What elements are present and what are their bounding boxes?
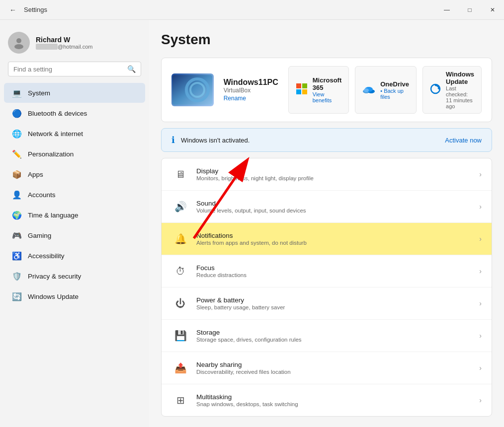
power-sub: Sleep, battery usage, battery saver xyxy=(196,304,479,310)
minimize-button[interactable]: — xyxy=(435,0,458,20)
device-sub: VirtualBox xyxy=(224,87,278,94)
app-container: Richard W xxxxxxxx@hotmail.com 🔍 💻 Syste… xyxy=(0,20,504,427)
microsoft365-item[interactable]: Microsoft 365 View benefits xyxy=(288,66,349,114)
time-icon: 🌍 xyxy=(12,210,22,220)
chevron-right-icon: › xyxy=(479,396,482,404)
svg-rect-8 xyxy=(302,89,307,94)
sound-title: Sound xyxy=(196,200,479,207)
close-button[interactable]: ✕ xyxy=(481,0,504,20)
update-title: Windows Update xyxy=(446,71,474,85)
windows-update-icon xyxy=(430,83,441,97)
main-content: System Windows11 xyxy=(149,20,504,427)
settings-item-sound[interactable]: 🔊 Sound Volume levels, output, input, so… xyxy=(162,191,492,223)
sidebar-item-privacy[interactable]: 🛡️ Privacy & security xyxy=(4,266,145,286)
sidebar-item-personalization[interactable]: ✏️ Personalization xyxy=(4,144,145,164)
settings-item-power[interactable]: ⏻ Power & battery Sleep, battery usage, … xyxy=(162,287,492,320)
info-icon: ℹ xyxy=(171,135,175,145)
titlebar: ← Settings — □ ✕ xyxy=(0,0,504,20)
gaming-icon: 🎮 xyxy=(12,230,22,240)
user-profile[interactable]: Richard W xxxxxxxx@hotmail.com xyxy=(0,28,149,62)
svg-rect-5 xyxy=(296,83,301,88)
svg-point-0 xyxy=(16,38,21,43)
settings-item-nearby[interactable]: 📤 Nearby sharing Discoverability, receiv… xyxy=(162,352,492,384)
windows-update-item[interactable]: Windows Update Last checked: 11 minutes … xyxy=(422,66,482,114)
sidebar-item-label: System xyxy=(28,89,50,97)
settings-item-display[interactable]: 🖥 Display Monitors, brightness, night li… xyxy=(162,158,492,191)
sidebar-item-label: Privacy & security xyxy=(28,273,81,280)
settings-item-notifications[interactable]: 🔔 Notifications Alerts from apps and sys… xyxy=(162,223,492,255)
accounts-icon: 👤 xyxy=(12,190,22,200)
sidebar-item-bluetooth[interactable]: 🔵 Bluetooth & devices xyxy=(4,103,145,123)
privacy-icon: 🛡️ xyxy=(12,271,22,281)
titlebar-title: Settings xyxy=(24,6,47,13)
window-controls: — □ ✕ xyxy=(435,0,504,20)
microsoft365-title: Microsoft 365 xyxy=(313,76,342,91)
focus-title: Focus xyxy=(196,264,479,272)
update-icon: 🔄 xyxy=(12,291,22,301)
activate-now-link[interactable]: Activate now xyxy=(445,137,482,144)
update-sub: Last checked: 11 minutes ago xyxy=(446,85,474,109)
search-input[interactable] xyxy=(13,66,123,73)
svg-rect-7 xyxy=(296,89,301,94)
sidebar-item-time[interactable]: 🌍 Time & language xyxy=(4,205,145,225)
sidebar-item-label: Time & language xyxy=(28,212,79,219)
sidebar-item-system[interactable]: 💻 System xyxy=(4,83,145,103)
sidebar-item-label: Network & internet xyxy=(28,130,83,138)
bluetooth-icon: 🔵 xyxy=(12,108,22,118)
notifications-icon: 🔔 xyxy=(171,230,189,248)
display-icon: 🖥 xyxy=(171,165,189,183)
search-icon: 🔍 xyxy=(127,65,136,73)
notifications-title: Notifications xyxy=(196,232,479,239)
storage-icon: 💾 xyxy=(171,327,189,345)
sidebar-item-accounts[interactable]: 👤 Accounts xyxy=(4,185,145,205)
user-email: xxxxxxxx@hotmail.com xyxy=(36,44,92,50)
chevron-right-icon: › xyxy=(479,170,482,178)
chevron-right-icon: › xyxy=(479,332,482,340)
sidebar-item-label: Windows Update xyxy=(28,293,79,300)
sound-icon: 🔊 xyxy=(171,198,189,215)
page-title: System xyxy=(161,32,492,48)
sidebar-item-label: Accessibility xyxy=(28,252,65,260)
activation-banner: ℹ Windows isn't activated. Activate now xyxy=(161,128,492,152)
rename-link[interactable]: Rename xyxy=(224,95,278,102)
device-info: Windows11PC VirtualBox Rename xyxy=(224,78,278,102)
svg-point-1 xyxy=(14,44,23,49)
sidebar: Richard W xxxxxxxx@hotmail.com 🔍 💻 Syste… xyxy=(0,20,149,427)
focus-sub: Reduce distractions xyxy=(196,272,479,278)
sidebar-item-accessibility[interactable]: ♿ Accessibility xyxy=(4,246,145,266)
cloud-section: Microsoft 365 View benefits xyxy=(288,66,482,114)
system-icon: 💻 xyxy=(12,88,22,98)
svg-point-12 xyxy=(364,88,369,92)
storage-title: Storage xyxy=(196,329,479,336)
personalization-icon: ✏️ xyxy=(12,149,22,159)
chevron-right-icon: › xyxy=(479,267,482,275)
avatar xyxy=(8,32,30,54)
multitasking-sub: Snap windows, desktops, task switching xyxy=(196,401,479,407)
maximize-button[interactable]: □ xyxy=(458,0,481,20)
sidebar-item-update[interactable]: 🔄 Windows Update xyxy=(4,286,145,306)
activation-text: Windows isn't activated. xyxy=(181,137,445,144)
settings-item-storage[interactable]: 💾 Storage Storage space, drives, configu… xyxy=(162,320,492,352)
sidebar-item-label: Gaming xyxy=(28,232,51,239)
user-name: Richard W xyxy=(36,36,92,44)
display-title: Display xyxy=(196,167,479,175)
sidebar-item-label: Accounts xyxy=(28,191,56,199)
focus-icon: ⏱ xyxy=(171,262,189,280)
back-button[interactable]: ← xyxy=(6,3,20,17)
device-section: Windows11PC VirtualBox Rename xyxy=(161,58,492,122)
sidebar-item-network[interactable]: 🌐 Network & internet xyxy=(4,124,145,143)
onedrive-item[interactable]: OneDrive • Back up files xyxy=(355,66,417,114)
settings-item-multitasking[interactable]: ⊞ Multitasking Snap windows, desktops, t… xyxy=(162,384,492,416)
nearby-icon: 📤 xyxy=(171,359,189,377)
sidebar-item-gaming[interactable]: 🎮 Gaming xyxy=(4,225,145,245)
search-box[interactable]: 🔍 xyxy=(8,62,141,76)
onedrive-title: OneDrive xyxy=(380,80,409,88)
storage-sub: Storage space, drives, configuration rul… xyxy=(196,337,479,343)
onedrive-icon xyxy=(362,84,375,96)
settings-item-focus[interactable]: ⏱ Focus Reduce distractions › xyxy=(162,255,492,287)
sidebar-item-apps[interactable]: 📦 Apps xyxy=(4,164,145,184)
display-sub: Monitors, brightness, night light, displ… xyxy=(196,175,479,181)
power-icon: ⏻ xyxy=(171,294,189,312)
sidebar-item-label: Bluetooth & devices xyxy=(28,110,87,117)
chevron-right-icon: › xyxy=(479,235,482,243)
